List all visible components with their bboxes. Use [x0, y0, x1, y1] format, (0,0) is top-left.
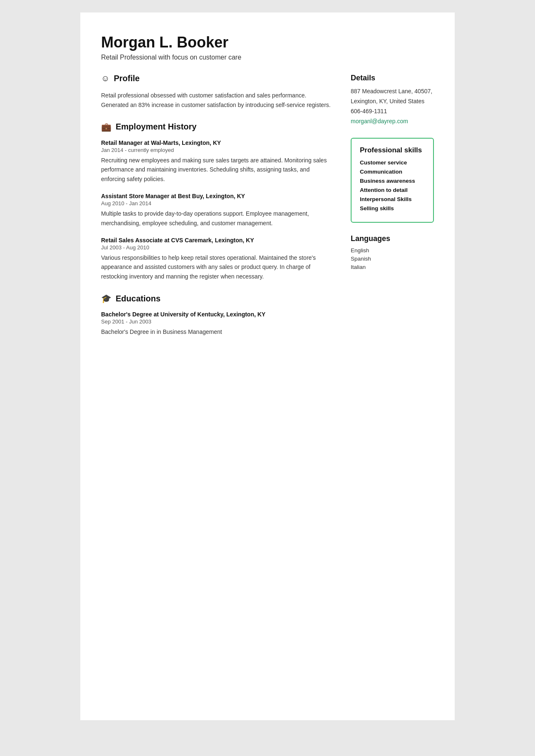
resume-page: Morgan L. Booker Retail Professional wit…: [80, 12, 455, 720]
profile-heading: ☺ Profile: [101, 74, 334, 85]
right-column: Details 887 Meadowcrest Lane, 40507, Lex…: [351, 74, 434, 687]
skill-1: Customer service: [360, 159, 425, 166]
left-column: ☺ Profile Retail professional obsessed w…: [101, 74, 334, 687]
candidate-name: Morgan L. Booker: [101, 33, 434, 51]
details-section: Details 887 Meadowcrest Lane, 40507, Lex…: [351, 74, 434, 126]
skill-4: Attention to detail: [360, 187, 425, 193]
profile-icon: ☺: [101, 74, 109, 83]
language-3: Italian: [351, 264, 434, 270]
skill-5: Interpersonal Skills: [360, 196, 425, 202]
skill-3: Business awareness: [360, 178, 425, 184]
education-heading: 🎓 Educations: [101, 293, 334, 305]
education-section: 🎓 Educations Bachelor's Degree at Univer…: [101, 293, 334, 336]
language-2: Spanish: [351, 256, 434, 262]
profile-section: ☺ Profile Retail professional obsessed w…: [101, 74, 334, 109]
employment-entry-2: Assistant Store Manager at Best Buy, Lex…: [101, 193, 334, 228]
employment-entry-3: Retail Sales Associate at CVS Caremark, …: [101, 237, 334, 281]
address-line1: 887 Meadowcrest Lane, 40507,: [351, 88, 432, 94]
profile-text: Retail professional obsessed with custom…: [101, 91, 334, 109]
education-icon: 🎓: [101, 293, 111, 303]
employment-section: 💼 Employment History Retail Manager at W…: [101, 122, 334, 281]
employment-heading: 💼 Employment History: [101, 122, 334, 134]
skills-box: Professional skills Customer service Com…: [351, 138, 434, 223]
skill-2: Communication: [360, 169, 425, 175]
employment-entry-1: Retail Manager at Wal-Marts, Lexington, …: [101, 139, 334, 184]
phone: 606-469-1311: [351, 108, 387, 114]
employment-icon: 💼: [101, 122, 111, 132]
email-link[interactable]: morganl@dayrep.com: [351, 118, 408, 124]
skill-6: Selling skills: [360, 205, 425, 211]
resume-body: ☺ Profile Retail professional obsessed w…: [101, 74, 434, 687]
candidate-title: Retail Professional with focus on custom…: [101, 54, 434, 61]
address-line2: Lexington, KY, United States: [351, 98, 424, 104]
languages-section: Languages English Spanish Italian: [351, 234, 434, 270]
resume-header: Morgan L. Booker Retail Professional wit…: [101, 33, 434, 61]
language-1: English: [351, 247, 434, 254]
education-entry-1: Bachelor's Degree at University of Kentu…: [101, 311, 334, 336]
